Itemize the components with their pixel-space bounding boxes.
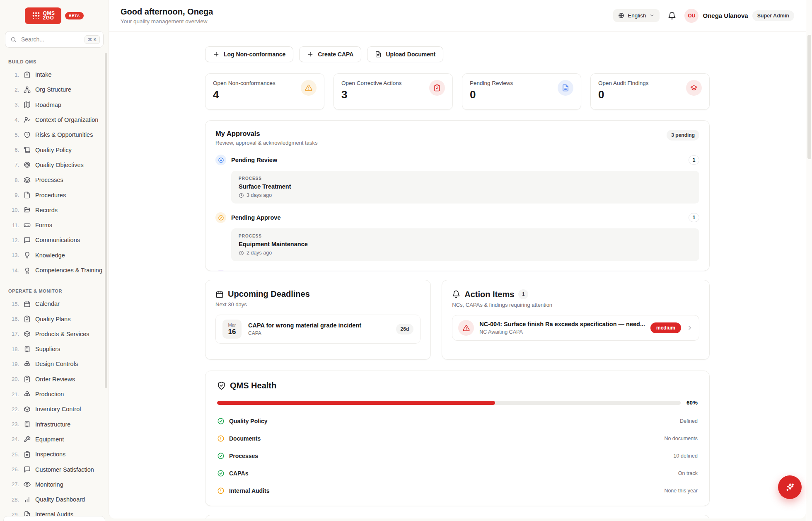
search-input[interactable] — [20, 36, 81, 43]
sidebar-item-number: 5. — [8, 132, 19, 138]
sidebar-item[interactable]: 26. Customer Satisfaction — [5, 462, 104, 477]
plus-icon — [213, 51, 220, 58]
notifications-bell-icon[interactable] — [668, 12, 676, 20]
sidebar-item-number: 11. — [8, 222, 19, 228]
sidebar-item-label: Knowledge — [35, 252, 65, 259]
sidebar-item-icon — [24, 406, 31, 413]
sidebar-item-icon — [24, 361, 31, 368]
log-nonconformance-button[interactable]: Log Non-conformance — [205, 46, 293, 62]
sidebar-item-icon — [24, 315, 31, 322]
sidebar-item[interactable]: 20. Order Reviews — [5, 372, 104, 387]
sidebar-item[interactable]: 5. Risks & Opportunities — [5, 127, 104, 142]
sidebar-item[interactable]: 7. Quality Objectives — [5, 158, 104, 172]
chevron-right-icon — [686, 325, 693, 331]
sidebar-item[interactable]: 13. Knowledge — [5, 248, 104, 263]
sidebar-item[interactable]: 14. Competencies & Training — [5, 263, 104, 278]
create-capa-button[interactable]: Create CAPA — [299, 46, 361, 62]
sidebar-item-icon — [24, 451, 31, 458]
sidebar-item-label: Suppliers — [35, 346, 60, 352]
sidebar-item-label: Quality Dashboard — [35, 496, 85, 503]
sidebar-item-number: 17. — [8, 331, 19, 337]
approvals-title: My Approvals — [215, 130, 317, 138]
stat-open-audit-findings[interactable]: Open Audit Findings0 — [590, 73, 710, 110]
sidebar-item-number: 20. — [8, 376, 19, 382]
sidebar-item-icon — [24, 206, 31, 213]
sidebar-item-number: 16. — [8, 316, 19, 322]
approval-item-surface-treatment[interactable]: PROCESS Surface Treatment 3 days ago — [231, 171, 699, 204]
page-scrollbar-thumb[interactable] — [807, 35, 811, 159]
sidebar-item[interactable]: 9. Procedures — [5, 187, 104, 202]
sidebar-item-label: Customer Satisfaction — [35, 466, 94, 473]
sidebar-item-icon — [24, 466, 31, 473]
sidebar-item[interactable]: 1. Intake — [5, 67, 104, 82]
eye-review-icon — [218, 157, 224, 163]
action-item-nc-004[interactable]: NC-004: Surface finish Ra exceeds specif… — [452, 315, 699, 341]
sidebar-item[interactable]: 4. Context of Organization — [5, 112, 104, 127]
approval-item-equipment-maintenance[interactable]: PROCESS Equipment Maintenance 2 days ago — [231, 228, 699, 261]
pending-review-group[interactable]: Pending Review 1 — [215, 155, 699, 165]
qms-health-progress-fill — [217, 401, 495, 405]
sidebar-item[interactable]: 17. Products & Services — [5, 327, 104, 342]
clock-icon — [239, 250, 244, 256]
stat-open-nonconformances[interactable]: Open Non-conformances4 — [205, 73, 324, 110]
next-card-partial — [205, 515, 710, 519]
sidebar-item-number: 8. — [8, 177, 19, 183]
sidebar-scrollbar[interactable] — [105, 53, 107, 388]
sidebar-item[interactable]: 23. Infrastructure — [5, 417, 104, 432]
sidebar-item[interactable]: 6. Quality Policy — [5, 142, 104, 157]
language-selector[interactable]: English — [613, 9, 660, 22]
sidebar-item[interactable]: 2. Org Structure — [5, 82, 104, 97]
sidebar-item[interactable]: 24. Equipment — [5, 432, 104, 447]
sidebar-item-number: 19. — [8, 361, 19, 367]
sidebar-item[interactable]: 22. Inventory Control — [5, 402, 104, 417]
upload-document-button[interactable]: Upload Document — [367, 46, 443, 62]
sidebar-item[interactable]: 3. Roadmap — [5, 97, 104, 112]
sidebar-item[interactable]: 21. Production — [5, 387, 104, 402]
logo-text: QMS2GO — [43, 11, 55, 20]
sidebar-item-icon — [24, 376, 31, 383]
beta-badge: BETA — [65, 12, 84, 19]
search-box[interactable]: ⌘ K — [5, 31, 104, 48]
deadline-item[interactable]: Mar 16 CAPA for wrong material grade inc… — [215, 315, 420, 344]
user-menu[interactable]: OU Onega Ulanova Super Admin — [684, 9, 794, 23]
pending-approve-group[interactable]: Pending Approve 1 — [215, 212, 699, 223]
sidebar-item-label: Quality Objectives — [35, 162, 84, 168]
sidebar-item[interactable]: 10. Records — [5, 203, 104, 218]
sidebar: QMS2GO BETA ⌘ K BUILD QMS 1. Intake 2. O… — [0, 0, 109, 521]
sidebar-item-label: Calendar — [35, 300, 60, 307]
sidebar-item-icon — [24, 86, 31, 93]
sidebar-item[interactable]: 11. Forms — [5, 218, 104, 233]
pending-review-count: 1 — [689, 155, 699, 165]
sidebar-item[interactable]: 28. Quality Dashboard — [5, 492, 104, 507]
sidebar-item-label: Monitoring — [35, 481, 63, 488]
header-controls: English OU Onega Ulanova Super Admin — [613, 9, 794, 23]
sparkles-icon — [785, 482, 795, 492]
sidebar-item[interactable]: 25. Inspections — [5, 447, 104, 462]
pending-acknowledge-count: 1 — [689, 271, 699, 271]
deadlines-title: Upcoming Deadlines — [228, 289, 310, 299]
quick-actions: Log Non-conformance Create CAPA Upload D… — [205, 46, 710, 62]
qms-health-progress-track — [217, 401, 681, 405]
page-scrollbar[interactable] — [806, 0, 812, 521]
sidebar-item-icon — [24, 436, 31, 443]
sidebar-item[interactable]: 27. Monitoring — [5, 477, 104, 492]
status-icon — [217, 435, 225, 442]
app-logo[interactable]: QMS2GO — [25, 7, 61, 24]
sidebar-item[interactable]: 8. Processes — [5, 172, 104, 187]
assistant-fab[interactable] — [778, 475, 802, 499]
stat-pending-reviews[interactable]: Pending Reviews0 — [462, 73, 581, 110]
sidebar-item-number: 6. — [8, 147, 19, 153]
sidebar-item[interactable]: 19. Design Controls — [5, 356, 104, 371]
sidebar-item-label: Context of Organization — [35, 116, 98, 123]
qms-health-row: Quality Policy Defined — [217, 417, 698, 425]
sidebar-item[interactable]: 15. Calendar — [5, 296, 104, 311]
stat-open-corrective-actions[interactable]: Open Corrective Actions3 — [334, 73, 453, 110]
status-icon — [217, 452, 225, 460]
pending-acknowledge-group[interactable]: Pending Acknowledge 1 — [215, 270, 699, 271]
deadline-date: Mar 16 — [222, 320, 242, 339]
sidebar-item-icon — [24, 421, 31, 428]
sidebar-item-icon — [24, 300, 31, 308]
sidebar-item[interactable]: 16. Quality Plans — [5, 311, 104, 326]
sidebar-item[interactable]: 18. Suppliers — [5, 342, 104, 356]
sidebar-item[interactable]: 12. Communications — [5, 233, 104, 247]
